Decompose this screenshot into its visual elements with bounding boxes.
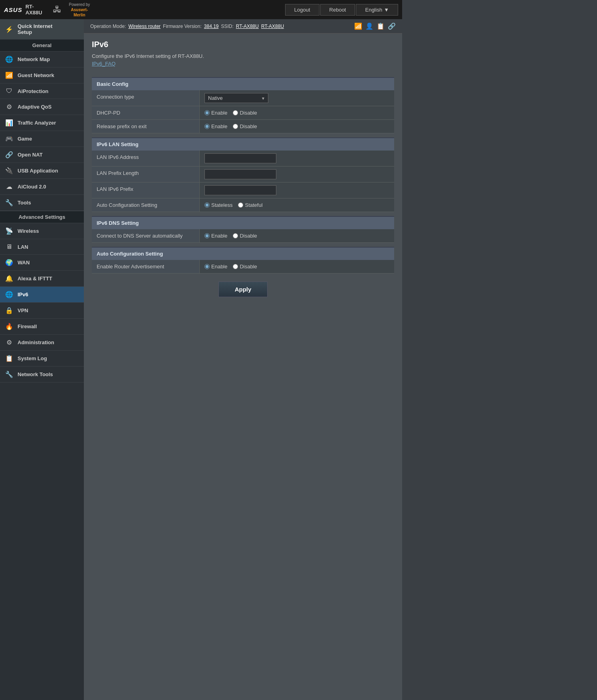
dhcp-pd-disable-radio[interactable]: [233, 110, 238, 115]
sidebar-item-label: Tools: [18, 200, 31, 206]
sidebar-item-ipv6[interactable]: 🌐 IPv6: [0, 287, 84, 303]
lan-prefix-length-value: [200, 167, 394, 182]
system-log-icon: 📋: [5, 355, 14, 362]
connection-type-select[interactable]: Native Disabled Automatic Static DHCP 6t…: [204, 93, 268, 103]
sidebar-item-label: Network Map: [18, 56, 50, 62]
sidebar-item-traffic-analyzer[interactable]: 📊 Traffic Analyzer: [0, 115, 84, 131]
ipv6-lan-section: IPv6 LAN Setting LAN IPv6 Address LAN Pr…: [92, 137, 394, 212]
lan-icon: 🖥: [5, 243, 14, 250]
sidebar-item-wireless[interactable]: 📡 Wireless: [0, 223, 84, 239]
sidebar-item-label: Open NAT: [18, 152, 43, 158]
lan-ipv6-prefix-input[interactable]: [204, 185, 276, 195]
enable-router-advert-value: Enable Disable: [200, 260, 394, 273]
release-prefix-radio-group: Enable Disable: [204, 123, 257, 129]
sidebar-item-label: AiProtection: [18, 88, 48, 94]
connect-dns-enable-label[interactable]: Enable: [204, 233, 227, 239]
sidebar-item-label: Traffic Analyzer: [18, 120, 56, 126]
ipv6-dns-section: IPv6 DNS Setting Connect to DNS Server a…: [92, 216, 394, 243]
main-content: IPv6 Configure the IPv6 Internet setting…: [84, 34, 402, 303]
connection-type-value: Native Disabled Automatic Static DHCP 6t…: [200, 90, 394, 106]
sidebar-item-qis[interactable]: ⚡ Quick InternetSetup: [0, 19, 84, 39]
sidebar-item-label: VPN: [18, 307, 28, 313]
enable-router-advert-label: Enable Router Advertisement: [92, 260, 200, 273]
dhcp-pd-enable-radio[interactable]: [204, 110, 210, 115]
sidebar-item-open-nat[interactable]: 🔗 Open NAT: [0, 147, 84, 163]
game-icon: 🎮: [5, 135, 14, 143]
lan-ipv6-prefix-row: LAN IPv6 Prefix: [92, 182, 394, 198]
router-advert-disable-radio[interactable]: [233, 264, 238, 269]
operation-mode-value[interactable]: Wireless router: [128, 24, 161, 29]
sidebar-item-aicloud[interactable]: ☁ AiCloud 2.0: [0, 179, 84, 195]
lan-prefix-length-row: LAN Prefix Length: [92, 167, 394, 182]
apply-button[interactable]: Apply: [218, 282, 268, 297]
stateless-radio[interactable]: [204, 202, 210, 208]
release-prefix-value: Enable Disable: [200, 120, 394, 133]
alexa-icon: 🔔: [5, 275, 14, 282]
release-prefix-disable-label[interactable]: Disable: [233, 123, 257, 129]
sidebar-item-wan[interactable]: 🌍 WAN: [0, 255, 84, 271]
auto-config-setting-label: Auto Configuration Setting: [92, 198, 200, 212]
lan-ipv6-address-input[interactable]: [204, 153, 276, 163]
logout-button[interactable]: Logout: [285, 4, 319, 16]
dhcp-pd-enable-label[interactable]: Enable: [204, 110, 227, 116]
sidebar-item-lan[interactable]: 🖥 LAN: [0, 239, 84, 255]
sidebar-item-system-log[interactable]: 📋 System Log: [0, 351, 84, 367]
router-advert-enable-radio[interactable]: [204, 264, 210, 269]
firewall-icon: 🔥: [5, 323, 14, 330]
tools-icon: 🔧: [5, 199, 14, 206]
auto-config-radio-group: Stateless Stateful: [204, 202, 263, 208]
operation-mode-label: Operation Mode:: [90, 24, 126, 29]
release-prefix-disable-radio[interactable]: [233, 124, 238, 129]
sidebar-item-aiprotection[interactable]: 🛡 AiProtection: [0, 83, 84, 99]
main-layout: ⚡ Quick InternetSetup General 🌐 Network …: [0, 19, 402, 700]
reboot-button[interactable]: Reboot: [320, 4, 355, 16]
sidebar-item-usb-application[interactable]: 🔌 USB Application: [0, 163, 84, 179]
release-prefix-enable-label[interactable]: Enable: [204, 123, 227, 129]
sidebar-item-guest-network[interactable]: 📶 Guest Network: [0, 67, 84, 83]
firmware-value[interactable]: 384.19: [204, 24, 219, 29]
page-title: IPv6: [92, 40, 394, 49]
traffic-analyzer-icon: 📊: [5, 119, 14, 127]
stateful-label[interactable]: Stateful: [238, 202, 262, 208]
sidebar-item-tools[interactable]: 🔧 Tools: [0, 195, 84, 211]
copy-icon: 📋: [377, 22, 385, 30]
sidebar-item-firewall[interactable]: 🔥 Firewall: [0, 319, 84, 335]
router-advert-disable-label[interactable]: Disable: [233, 264, 257, 270]
connect-dns-disable-radio[interactable]: [233, 233, 238, 238]
stateless-label[interactable]: Stateless: [204, 202, 232, 208]
language-button[interactable]: English ▼: [356, 4, 398, 16]
sidebar-item-alexa-ifttt[interactable]: 🔔 Alexa & IFTTT: [0, 271, 84, 287]
sidebar-item-network-map[interactable]: 🌐 Network Map: [0, 52, 84, 67]
ssid-value2[interactable]: RT-AX88U: [261, 24, 284, 29]
sidebar-item-game[interactable]: 🎮 Game: [0, 131, 84, 147]
sidebar-item-network-tools[interactable]: 🔧 Network Tools: [0, 367, 84, 383]
lan-prefix-length-label: LAN Prefix Length: [92, 167, 200, 182]
ipv6-dns-title: IPv6 DNS Setting: [92, 216, 394, 229]
sidebar-item-label: Alexa & IFTTT: [18, 276, 52, 282]
enable-router-advert-row: Enable Router Advertisement Enable Disab…: [92, 260, 394, 274]
ssid-value1[interactable]: RT-AX88U: [236, 24, 259, 29]
dhcp-pd-disable-label[interactable]: Disable: [233, 110, 257, 116]
sidebar-item-label: WAN: [18, 260, 30, 266]
sidebar-item-administration[interactable]: ⚙ Administration: [0, 335, 84, 351]
connect-dns-label: Connect to DNS Server automatically: [92, 229, 200, 242]
administration-icon: ⚙: [5, 339, 14, 346]
connect-dns-enable-radio[interactable]: [204, 233, 210, 238]
router-advert-enable-label[interactable]: Enable: [204, 264, 227, 270]
connect-dns-value: Enable Disable: [200, 229, 394, 242]
ssid-label: SSID:: [221, 24, 233, 29]
lan-prefix-length-input[interactable]: [204, 169, 276, 179]
sidebar-item-vpn[interactable]: 🔒 VPN: [0, 303, 84, 319]
stateful-radio[interactable]: [238, 202, 243, 208]
release-prefix-row: Release prefix on exit Enable Disable: [92, 120, 394, 133]
auto-config-setting-value: Stateless Stateful: [200, 198, 394, 212]
sidebar-item-label: Guest Network: [18, 72, 54, 78]
sidebar-item-adaptive-qos[interactable]: ⚙ Adaptive QoS: [0, 99, 84, 115]
powered-by: Powered by Asuswrt-Merlin: [67, 2, 92, 18]
lan-ipv6-address-value: [200, 151, 394, 166]
sidebar: ⚡ Quick InternetSetup General 🌐 Network …: [0, 19, 84, 700]
release-prefix-enable-radio[interactable]: [204, 124, 210, 129]
qis-label: Quick InternetSetup: [18, 23, 52, 35]
faq-link[interactable]: IPv6_FAQ: [92, 61, 115, 67]
connect-dns-disable-label[interactable]: Disable: [233, 233, 257, 239]
